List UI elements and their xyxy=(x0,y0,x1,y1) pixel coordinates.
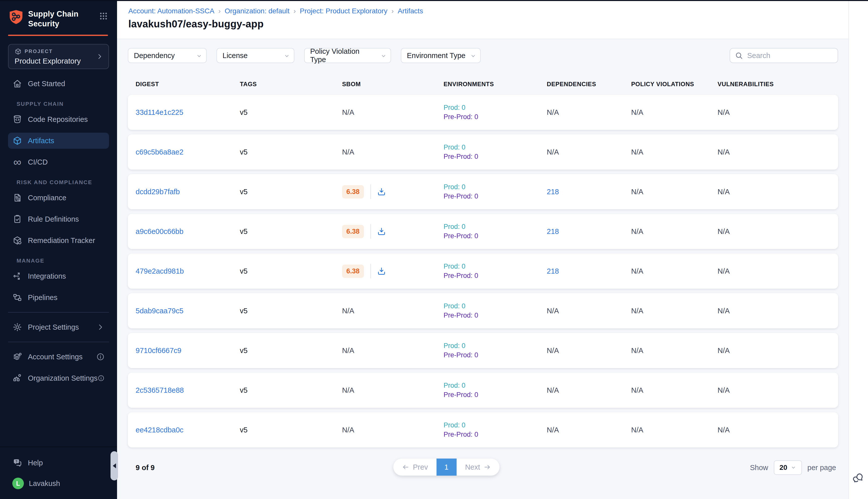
gear-icon xyxy=(12,322,22,332)
env-prod: Prod: 0 xyxy=(444,421,547,430)
digest-link[interactable]: 5dab9caa79c5 xyxy=(136,307,183,315)
table-row: c69c5b6a8ae2 v5 N/A Prod: 0 Pre-Prod: 0 … xyxy=(128,134,838,170)
sidebar-item-account-settings[interactable]: Account Settings xyxy=(8,349,109,365)
digest-link[interactable]: c69c5b6a8ae2 xyxy=(136,148,183,156)
environments-cell: Prod: 0 Pre-Prod: 0 xyxy=(444,302,547,320)
sidebar-item-remediation-tracker[interactable]: Remediation Tracker xyxy=(8,232,109,248)
column-header-dependencies: DEPENDENCIES xyxy=(547,81,631,88)
sbom-download-button[interactable] xyxy=(377,227,386,236)
info-icon[interactable] xyxy=(97,374,105,382)
sidebar-item-organization-settings[interactable]: Organization Settings xyxy=(8,370,109,386)
table-header-row: DIGESTTAGSSBOMENVIRONMENTSDEPENDENCIESPO… xyxy=(128,81,838,88)
digest-link[interactable]: dcdd29b7fafb xyxy=(136,188,180,196)
page-number-button[interactable]: 1 xyxy=(436,459,457,476)
breadcrumb-link[interactable]: Account: Automation-SSCA xyxy=(128,7,214,15)
digest-link[interactable]: a9c6e00c66bb xyxy=(136,227,183,235)
tag-cell: v5 xyxy=(240,188,342,196)
tag-cell: v5 xyxy=(240,346,342,355)
sbom-na: N/A xyxy=(342,307,354,315)
svg-text:?: ? xyxy=(15,460,17,463)
project-name: Product Exploratory xyxy=(15,57,96,65)
sbom-divider xyxy=(370,264,371,278)
sidebar-item-project-settings[interactable]: Project Settings xyxy=(8,319,109,335)
sbom-download-button[interactable] xyxy=(377,187,386,196)
environments-cell: Prod: 0 Pre-Prod: 0 xyxy=(444,421,547,439)
module-switcher-grid-icon[interactable] xyxy=(99,12,108,21)
nav-divider xyxy=(8,312,109,313)
environments-cell: Prod: 0 Pre-Prod: 0 xyxy=(444,262,547,280)
sbom-cell: N/A xyxy=(342,108,444,117)
digest-link[interactable]: 33d114e1c225 xyxy=(136,108,183,116)
toolbar: Dependency License Policy Violation Type… xyxy=(128,48,838,63)
sbom-cell: N/A xyxy=(342,148,444,156)
environments-cell: Prod: 0 Pre-Prod: 0 xyxy=(444,341,547,360)
digest-link[interactable]: 2c5365718e88 xyxy=(136,386,184,394)
filter-policy-violation-type[interactable]: Policy Violation Type xyxy=(304,48,391,63)
filter-license[interactable]: License xyxy=(216,48,294,63)
user-menu[interactable]: L Lavakush xyxy=(8,475,109,491)
env-prod: Prod: 0 xyxy=(444,302,547,311)
env-prod: Prod: 0 xyxy=(444,341,547,351)
vulnerabilities-cell: N/A xyxy=(718,148,838,156)
per-page-label: per page xyxy=(807,464,836,472)
avatar: L xyxy=(12,478,24,489)
filter-dependency[interactable]: Dependency xyxy=(128,48,207,63)
next-page-button[interactable]: Next xyxy=(457,459,500,476)
column-header-environments: ENVIRONMENTS xyxy=(444,81,547,88)
org-gear-icon xyxy=(12,373,22,383)
digest-link[interactable]: 9710cf6667c9 xyxy=(136,346,181,354)
sidebar-item-compliance[interactable]: Compliance xyxy=(8,190,109,206)
page-size-group: Show 20 per page xyxy=(750,460,836,475)
sidebar-item-code-repositories[interactable]: Code Repositories xyxy=(8,111,109,127)
chevron-down-icon xyxy=(791,465,796,470)
code-repositories-icon xyxy=(12,114,22,124)
sidebar-item-pipelines[interactable]: Pipelines xyxy=(8,290,109,305)
sbom-download-button[interactable] xyxy=(377,267,386,276)
main-area: Account: Automation-SSCA›Organization: d… xyxy=(117,0,868,499)
breadcrumb-link[interactable]: Artifacts xyxy=(398,7,423,15)
dependencies-link[interactable]: 218 xyxy=(547,188,631,196)
sidebar-item-rule-definitions[interactable]: Rule Definitions xyxy=(8,211,109,227)
search-icon xyxy=(735,51,743,60)
layers-gear-icon xyxy=(12,352,22,362)
vulnerabilities-cell: N/A xyxy=(718,108,838,117)
policy-violations-cell: N/A xyxy=(631,346,718,355)
sbom-score-badge: 6.38 xyxy=(342,265,364,278)
table-row: 2c5365718e88 v5 N/A Prod: 0 Pre-Prod: 0 … xyxy=(128,373,838,408)
sbom-divider xyxy=(370,184,371,199)
environments-cell: Prod: 0 Pre-Prod: 0 xyxy=(444,182,547,201)
breadcrumb-separator-icon: › xyxy=(218,7,221,15)
env-preprod: Pre-Prod: 0 xyxy=(444,112,547,122)
sidebar-item-help[interactable]: ? Help xyxy=(8,455,109,471)
show-label: Show xyxy=(750,464,768,472)
dependencies-link[interactable]: 218 xyxy=(547,227,631,236)
home-icon xyxy=(12,78,22,89)
sidebar-item-integrations[interactable]: Integrations xyxy=(8,268,109,284)
filter-environment-type[interactable]: Environment Type xyxy=(401,48,481,63)
chat-bubbles-icon[interactable] xyxy=(853,472,864,484)
digest-link[interactable]: 479e2acd981b xyxy=(136,267,184,275)
breadcrumb-link[interactable]: Organization: default xyxy=(224,7,289,15)
prev-page-button[interactable]: Prev xyxy=(393,459,436,476)
environments-cell: Prod: 0 Pre-Prod: 0 xyxy=(444,222,547,241)
sidebar-item-artifacts[interactable]: Artifacts xyxy=(8,133,109,149)
sbom-na: N/A xyxy=(342,148,354,156)
sidebar-item-get-started[interactable]: Get Started xyxy=(8,76,109,92)
breadcrumb-link[interactable]: Project: Product Exploratory xyxy=(300,7,387,15)
table-row: 33d114e1c225 v5 N/A Prod: 0 Pre-Prod: 0 … xyxy=(128,95,838,130)
table-row: a9c6e00c66bb v5 6.38 Prod: 0 Pre-Prod: 0… xyxy=(128,214,838,249)
page-size-select[interactable]: 20 xyxy=(774,460,802,475)
column-header-policy-violations: POLICY VIOLATIONS xyxy=(631,81,718,88)
search-input[interactable] xyxy=(747,51,833,60)
dependencies-link[interactable]: 218 xyxy=(547,267,631,276)
chevron-down-icon xyxy=(284,52,290,59)
sidebar-collapse-handle[interactable] xyxy=(111,451,118,480)
sidebar-item-ci-cd[interactable]: ∞ CI/CD xyxy=(8,154,109,170)
nav-section-label: RISK AND COMPLIANCE xyxy=(16,179,109,186)
project-selector[interactable]: PROJECT Product Exploratory xyxy=(8,44,109,69)
vulnerabilities-cell: N/A xyxy=(718,227,838,236)
chevron-down-icon xyxy=(196,52,202,59)
pipelines-nodes-icon xyxy=(12,292,22,303)
digest-link[interactable]: ee4218cdba0c xyxy=(136,426,183,434)
info-icon[interactable] xyxy=(96,353,105,361)
